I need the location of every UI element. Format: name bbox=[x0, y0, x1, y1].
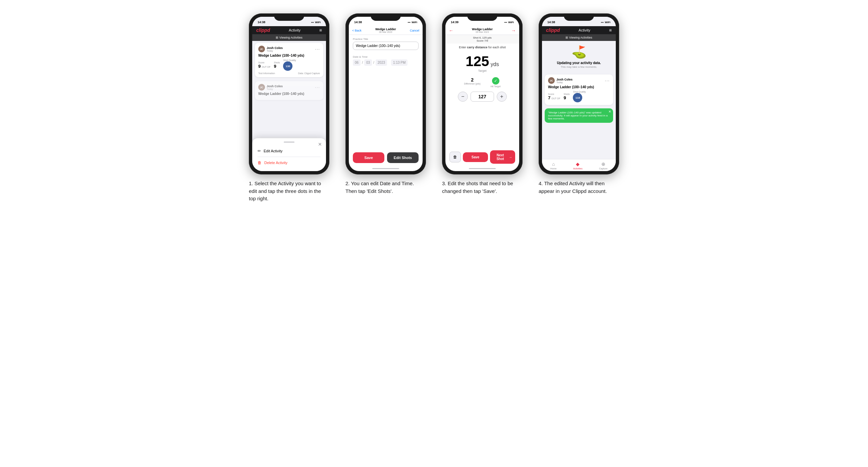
card-stats-1: Score 9 OUT OF Shots 9 Shot Quality bbox=[258, 59, 320, 71]
back-arrow-3[interactable]: ← bbox=[449, 28, 454, 33]
logo-4: clippd bbox=[546, 28, 560, 33]
shot-metrics-3: 2 Difference (yds) ✓ Hit Target bbox=[445, 76, 519, 89]
form-section-2: Practice Title Wedge Ladder (100–140 yds… bbox=[349, 35, 423, 53]
wifi-icon-4: WiFi bbox=[605, 21, 611, 24]
updating-subtitle-4: This may take a few moments. bbox=[545, 65, 613, 68]
activity-card-4[interactable]: JC Josh Coles Today ··· Wedge Ladder (10… bbox=[545, 74, 613, 105]
phone-4: 14:38 ▪▪▪ WiFi clippd Activity ≡ ⊞ Viewi… bbox=[539, 13, 619, 175]
card-header-4: JC Josh Coles Today ··· bbox=[548, 77, 610, 84]
card-header-1: JC Josh Coles Today ··· bbox=[258, 45, 320, 52]
edit-activity-item[interactable]: ✏ Edit Activity bbox=[257, 146, 321, 156]
wifi-icon-2: WiFi bbox=[411, 21, 417, 24]
time-3: 14:39 bbox=[451, 21, 459, 24]
tab-activities-4[interactable]: ◆ Activities bbox=[573, 161, 583, 170]
phone-column-2: 14:38 ▪▪▪ WiFi < Back Wedge Ladder 06 Ma… bbox=[342, 13, 429, 195]
tab-capture-4[interactable]: ⊕ Capture bbox=[599, 161, 608, 170]
toast-close-4[interactable]: ✕ bbox=[609, 110, 611, 114]
avatar-2: JC bbox=[258, 84, 265, 91]
time-input[interactable]: 1:13 PM bbox=[391, 59, 407, 66]
increment-button-3[interactable]: + bbox=[497, 92, 507, 102]
status-icons-3: ▪▪▪ WiFi bbox=[504, 21, 514, 24]
notch-1 bbox=[274, 13, 304, 21]
edit-nav-2: < Back Wedge Ladder 06 Mar 2023 Cancel bbox=[349, 26, 423, 35]
shot-actions-3: 🗑 Save Next Shot → bbox=[445, 148, 519, 166]
input-row-3: − 127 + bbox=[445, 89, 519, 104]
phone-column-4: 14:38 ▪▪▪ WiFi clippd Activity ≡ ⊞ Viewi… bbox=[535, 13, 622, 195]
viewing-bar-4: ⊞ Viewing Activities bbox=[542, 34, 616, 41]
sheet-divider-1 bbox=[257, 157, 321, 157]
user-info-2: Josh Coles Today bbox=[267, 85, 283, 90]
month-input[interactable]: 03 bbox=[364, 59, 372, 66]
shot-subtitle-3: 06 Mar 2023 bbox=[472, 31, 493, 33]
shots-stat-4: Shots 9 bbox=[564, 93, 570, 100]
card-stats-4: Score 7 OUT OF Shots 9 Shot Quality bbox=[548, 91, 610, 102]
notch-4 bbox=[564, 13, 594, 21]
date-time-label: Date & Time bbox=[353, 55, 418, 58]
time-4: 14:38 bbox=[547, 21, 555, 24]
phone-column-1: 14:38 ▪▪▪ WiFi clippd Activity ≡ ⊞ Viewi… bbox=[246, 13, 333, 203]
screen-3: 14:39 ▪▪▪ WiFi ← Wedge Ladder 06 Mar 202… bbox=[445, 17, 519, 171]
distance-unit-3: yds bbox=[491, 61, 499, 67]
shot-value-input-3[interactable]: 127 bbox=[470, 92, 494, 102]
screen-2: 14:38 ▪▪▪ WiFi < Back Wedge Ladder 06 Ma… bbox=[349, 17, 423, 171]
trash-icon-sheet: 🗑 bbox=[257, 160, 261, 165]
signal-icon-4: ▪▪▪ bbox=[601, 21, 604, 24]
tab-home-4[interactable]: ⌂ Home bbox=[550, 161, 557, 170]
save-shot-button-3[interactable]: Save bbox=[463, 152, 488, 162]
shot-info-3: Wedge Ladder 06 Mar 2023 bbox=[472, 28, 493, 33]
nav-bar-1: clippd Activity ≡ bbox=[252, 26, 326, 34]
success-toast-4: ✕ "Wedge Ladder (100–140 yds)" was updat… bbox=[545, 108, 613, 123]
golf-flag-icon: ⛳ bbox=[545, 45, 613, 59]
dots-menu-1[interactable]: ··· bbox=[315, 46, 320, 52]
sheet-handle-1 bbox=[284, 142, 294, 143]
edit-nav-subtitle-2: 06 Mar 2023 bbox=[375, 31, 396, 33]
distance-number-3: 125 bbox=[466, 53, 489, 69]
delete-activity-item[interactable]: 🗑 Delete Activity bbox=[257, 158, 321, 168]
center-info-2: Wedge Ladder 06 Mar 2023 bbox=[375, 28, 396, 33]
nav-title-4: Activity bbox=[579, 28, 590, 32]
card-title-4: Wedge Ladder (100–140 yds) bbox=[548, 85, 610, 89]
time-2: 14:38 bbox=[354, 21, 362, 24]
sheet-close-1[interactable]: ✕ bbox=[318, 142, 322, 147]
practice-title-label: Practice Title bbox=[353, 38, 418, 40]
save-button-2[interactable]: Save bbox=[353, 152, 384, 163]
quality-stat-1: Shot Quality 130 bbox=[283, 59, 296, 71]
bottom-sheet-1: ✕ ✏ Edit Activity 🗑 Delete Activity bbox=[252, 138, 326, 171]
practice-title-input[interactable]: Wedge Ladder (100–140 yds) bbox=[353, 41, 418, 50]
forward-arrow-3[interactable]: → bbox=[511, 28, 516, 33]
date-time-row-2: 06 / 03 / 2023 1:13 PM bbox=[353, 59, 418, 66]
day-input[interactable]: 06 bbox=[353, 59, 361, 66]
activity-card-1[interactable]: JC Josh Coles Today ··· Wedge Ladder (10… bbox=[255, 43, 323, 77]
nav-title-1: Activity bbox=[289, 28, 301, 32]
caption-4: 4. The edited Activity will then appear … bbox=[539, 180, 619, 195]
caption-1: 1. Select the Activity you want to edit … bbox=[249, 180, 329, 203]
dots-menu-2[interactable]: ··· bbox=[315, 85, 320, 90]
quality-badge-4: 118 bbox=[573, 93, 582, 102]
hit-target-metric: ✓ Hit Target bbox=[491, 77, 501, 88]
time-1: 14:38 bbox=[257, 21, 265, 24]
score-stat-4: Score 7 OUT OF bbox=[548, 93, 560, 100]
arrow-icon-3: → bbox=[509, 155, 512, 159]
hamburger-icon-1[interactable]: ≡ bbox=[319, 28, 322, 33]
activity-card-2[interactable]: JC Josh Coles Today ··· Wedge Ladder (10… bbox=[255, 81, 323, 100]
phone-column-3: 14:39 ▪▪▪ WiFi ← Wedge Ladder 06 Mar 202… bbox=[439, 13, 526, 195]
dots-menu-4[interactable]: ··· bbox=[605, 78, 610, 83]
back-button-2[interactable]: < Back bbox=[352, 29, 362, 32]
shot-distance-3: 125 yds Target bbox=[445, 51, 519, 76]
score-stat-1: Score 9 OUT OF bbox=[258, 61, 271, 69]
decrement-button-3[interactable]: − bbox=[458, 92, 468, 102]
nav-bar-4: clippd Activity ≡ bbox=[542, 26, 616, 34]
cancel-button-2[interactable]: Cancel bbox=[410, 29, 419, 32]
logo-1: clippd bbox=[256, 28, 270, 33]
next-shot-button-3[interactable]: Next Shot → bbox=[490, 150, 515, 164]
year-input[interactable]: 2023 bbox=[376, 59, 387, 66]
hamburger-icon-4[interactable]: ≡ bbox=[609, 28, 612, 33]
caption-3: 3. Edit the shots that need to be change… bbox=[442, 180, 523, 195]
card-header-2: JC Josh Coles Today ··· bbox=[258, 84, 320, 91]
shot-header-3: Shot 6, 125 yds Score 7/9 bbox=[445, 35, 519, 43]
user-name-1: Josh Coles bbox=[267, 46, 283, 50]
wifi-icon-1: WiFi bbox=[315, 21, 321, 24]
edit-shots-button-2[interactable]: Edit Shots bbox=[387, 152, 418, 163]
difference-metric: 2 Difference (yds) bbox=[464, 77, 480, 88]
delete-shot-button-3[interactable]: 🗑 bbox=[450, 152, 461, 162]
